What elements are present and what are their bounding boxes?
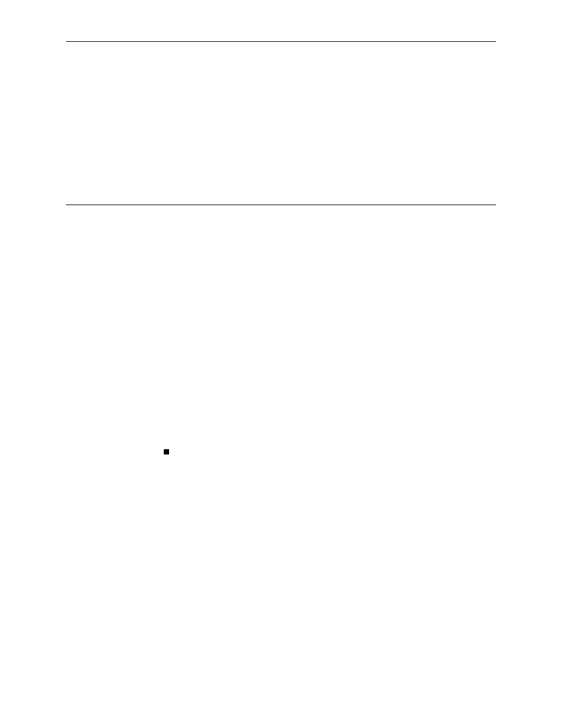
document-page xyxy=(0,0,562,728)
horizontal-rule-mid xyxy=(66,205,496,205)
square-bullet-icon xyxy=(164,449,169,454)
horizontal-rule-top xyxy=(66,41,496,42)
